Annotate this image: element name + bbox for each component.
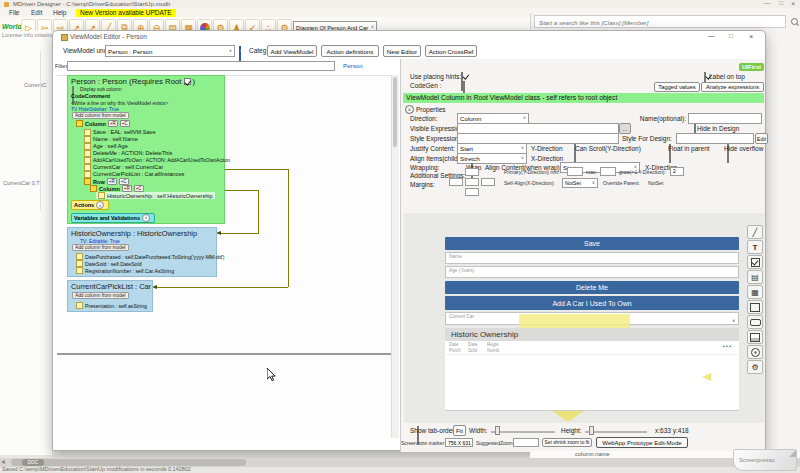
historicownership-panel[interactable]: HistoricOwnership : HistoricOwnership TV… <box>67 227 217 277</box>
add-row-button[interactable]: +R <box>107 178 117 185</box>
width-slider[interactable] <box>491 431 555 433</box>
text-icon[interactable]: T <box>747 240 763 254</box>
edit-box-icon[interactable]: ╱ <box>747 225 763 239</box>
shrink-zoom-button[interactable]: Set shrink zoom to fit <box>542 438 592 447</box>
person-add-column-button[interactable]: Add column from model <box>72 112 129 119</box>
picture-icon[interactable] <box>747 330 763 344</box>
doc-tab[interactable]: DOC <box>22 459 44 466</box>
menu-help[interactable]: Help <box>53 9 66 16</box>
collapse-icon[interactable]: ∧ <box>405 105 414 114</box>
webapp-prototype-button[interactable]: WebApp Prototype Edit-Mode <box>596 437 688 448</box>
tree-row-picklist[interactable]: CurrentCarPickList : Car.allInstances <box>84 171 184 178</box>
new-editor-button[interactable]: New Editor <box>383 45 421 57</box>
preview-name-field[interactable]: Name <box>445 252 739 264</box>
add-row-button[interactable]: +R <box>122 185 132 192</box>
variables-expander[interactable]: Variables and Validations ∨ <box>71 213 155 223</box>
tree-row-deleteme[interactable]: DeleteMe : ACTION: DeleteThis <box>84 150 172 157</box>
grow-input[interactable]: 2 <box>670 167 684 176</box>
tree-row-datesold[interactable]: DateSold : self.DateSold <box>76 260 142 267</box>
table-add-icon[interactable]: ▤ <box>747 270 763 284</box>
globe-icon[interactable]: ⚙ <box>747 360 763 374</box>
actions-expander[interactable]: Actions ∨ <box>71 200 109 210</box>
person-tagged-value[interactable]: TV HideSidebar: True <box>71 106 119 112</box>
requires-root-checkbox[interactable] <box>184 78 191 85</box>
menu-file[interactable]: File <box>9 9 19 16</box>
app-close-button[interactable]: × <box>791 0 795 7</box>
height-slider-thumb[interactable] <box>589 426 594 435</box>
picklist-add-column-button[interactable]: Add column from model <box>72 292 129 299</box>
diagram-scrollbar[interactable] <box>391 75 399 438</box>
tree-row-age[interactable]: Age : self.Age <box>84 143 128 150</box>
add-col-button[interactable]: +C <box>134 185 144 192</box>
add-col-button[interactable]: +C <box>119 178 129 185</box>
height-slider[interactable] <box>585 431 647 433</box>
filter-input[interactable] <box>67 61 335 71</box>
editor-minimize-button[interactable]: — <box>708 32 715 39</box>
screen-size-value[interactable]: 756 X 631 <box>445 438 473 447</box>
analyze-expressions-button[interactable]: Analyze expressions <box>701 82 764 92</box>
preview-save-button[interactable]: Save <box>445 237 739 250</box>
table-col-regnumber[interactable]: RegisNumb <box>487 342 499 353</box>
preview-delete-button[interactable]: Delete Me <box>445 281 739 294</box>
self-align-combo[interactable]: NotSet∨ <box>562 178 598 188</box>
style-edit-button[interactable]: Edit <box>755 133 768 144</box>
checkbox-icon[interactable] <box>747 255 763 269</box>
person-viewmodel-panel[interactable]: Person : Person (Requires Root ) Display… <box>67 75 225 224</box>
tree-row-historicownership[interactable]: HistoricOwnership : self.HistoricOwnersh… <box>96 192 215 199</box>
app-maximize-button[interactable]: □ <box>779 0 783 6</box>
fit-button[interactable]: Fit <box>453 425 466 436</box>
editor-maximize-button[interactable]: □ <box>729 32 733 39</box>
tree-row-presentation[interactable]: Presentation : self.asString <box>76 302 147 309</box>
suggested-zoom-input[interactable] <box>513 438 539 447</box>
scrollbar-thumb[interactable] <box>11 459 246 466</box>
style-for-design-input[interactable] <box>676 133 754 144</box>
tree-row-save[interactable]: Save : EAL: selfVM.Save <box>84 129 156 136</box>
update-banner[interactable]: New Version available UPDATE <box>76 9 176 17</box>
image-frame-icon[interactable] <box>747 300 763 314</box>
action-crossref-button[interactable]: Action CrossRef <box>425 45 477 57</box>
app-minimize-button[interactable]: — <box>764 0 770 6</box>
margin-bottom-input[interactable] <box>465 188 479 196</box>
button-widget-icon[interactable] <box>747 315 763 329</box>
table-menu-dots[interactable]: ••• <box>723 343 732 349</box>
tree-row-datepurchased[interactable]: DatePurchased : self.DatePurchased.ToStr… <box>76 253 225 260</box>
margin-left-input[interactable] <box>449 178 463 186</box>
historic-add-column-button[interactable]: Add column from model <box>72 244 129 251</box>
canvas-splitter[interactable] <box>57 353 391 355</box>
calendar-icon[interactable]: ▦ <box>747 285 763 299</box>
camera-icon[interactable] <box>747 345 763 359</box>
margin-right-input[interactable] <box>481 178 495 186</box>
primary-min-input[interactable] <box>567 167 583 176</box>
visible-expression-more-button[interactable]: ... <box>619 123 631 134</box>
scrollbar-left-arrow[interactable] <box>1 460 5 464</box>
tagged-values-button[interactable]: Tagged values <box>654 82 700 92</box>
preview-add-car-button[interactable]: Add A Car I Used To Own <box>445 296 739 310</box>
search-input[interactable] <box>537 17 776 28</box>
table-col-datepurchased[interactable]: DatePurch <box>449 342 461 353</box>
currentcarpicklist-panel[interactable]: CurrentCarPickList : Car Add column from… <box>67 280 153 312</box>
diagram-scrollbar-thumb[interactable] <box>393 77 397 147</box>
margin-top-input[interactable] <box>465 168 479 176</box>
add-row-button[interactable]: +R <box>108 120 118 127</box>
world-button[interactable]: World <box>2 23 22 30</box>
action-definitions-button[interactable]: Action definitions <box>321 45 379 57</box>
row-node[interactable]: Row +R +C <box>84 178 129 185</box>
menu-edit[interactable]: Edit <box>31 9 42 16</box>
column-node[interactable]: Column +R +C <box>76 120 130 127</box>
viewmodel-combo[interactable]: Person : Person ∨ <box>105 45 235 57</box>
tree-row-addacar[interactable]: AddACarIUsedToOwn : ACTION: AddACarIUsed… <box>84 157 230 164</box>
tree-row-name[interactable]: Name : self.Name <box>84 136 138 143</box>
table-col-datesold[interactable]: DateSold <box>468 342 478 353</box>
add-viewmodel-button[interactable]: Add ViewModel <box>267 45 317 57</box>
editor-close-button[interactable]: × <box>749 32 753 41</box>
tree-row-currentcar[interactable]: CurrentCar : self.CurrentCar <box>84 164 163 171</box>
column2-node[interactable]: Column +R +C <box>90 185 144 192</box>
preview-age-field[interactable]: Age (Years) <box>445 266 739 278</box>
name-optional-input[interactable] <box>688 113 762 124</box>
align-items-combo[interactable]: Stretch∨ <box>457 153 527 164</box>
max-input[interactable] <box>600 167 616 176</box>
tree-row-registrationnumber[interactable]: RegistrationNumber : self.Car.AsString <box>76 267 174 274</box>
width-slider-thumb[interactable] <box>495 426 500 435</box>
margin-center-input[interactable] <box>465 178 479 186</box>
add-col-button[interactable]: +C <box>120 120 130 127</box>
